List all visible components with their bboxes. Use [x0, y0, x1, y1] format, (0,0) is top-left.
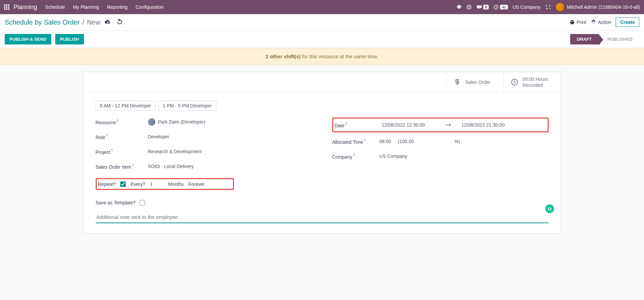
every-value-input[interactable] — [150, 181, 163, 187]
activities-badge: 41 — [500, 5, 508, 9]
status-bar: PUBLISH & SEND PUBLISH DRAFT PUBLISHED — [0, 31, 644, 48]
publish-send-button[interactable]: PUBLISH & SEND — [5, 34, 51, 44]
control-bar: Schedule by Sales Order / New Print Acti… — [0, 14, 644, 31]
status-stages: DRAFT PUBLISHED — [570, 34, 639, 44]
resource-label: Resource? — [96, 119, 148, 125]
project-field[interactable]: Research & Development — [148, 149, 202, 154]
dollar-icon — [453, 78, 461, 86]
stat-sales-order[interactable]: Sales Order — [446, 72, 503, 92]
bug-icon[interactable] — [456, 4, 462, 10]
every-unit[interactable]: Months — [168, 181, 184, 187]
allocated-hours-field[interactable]: 08:00 — [379, 139, 391, 144]
tools-icon[interactable] — [545, 4, 551, 10]
warning-bold: 2 other shift(s) — [266, 54, 301, 59]
company-label: Company? — [332, 154, 379, 160]
arrow-right-icon — [445, 123, 451, 127]
cloud-save-icon[interactable] — [104, 19, 111, 26]
project-label: Project? — [96, 149, 148, 155]
every-label: Every? — [130, 181, 145, 187]
publish-button[interactable]: PUBLISH — [55, 34, 84, 44]
sales-order-item-field[interactable]: SO83 - Local Delivery — [148, 164, 194, 169]
nav-reporting[interactable]: Reporting — [107, 4, 128, 10]
template-1pm-5pm[interactable]: 1 PM - 5 PM Developer — [158, 101, 216, 111]
form-sheet: Sales Order 00:00 Hours Recorded 8 AM - … — [83, 72, 561, 234]
action-button[interactable]: Action — [591, 20, 611, 25]
breadcrumb-separator: / — [82, 19, 84, 26]
stat-hours-recorded[interactable]: 00:00 Hours Recorded — [503, 72, 561, 92]
warning-text: for this resource at the same time. — [301, 54, 378, 59]
top-navbar: Planning Schedule My Planning Reporting … — [0, 0, 644, 14]
repeat-checkbox[interactable] — [120, 181, 126, 187]
sales-order-item-label: Sales Order Item? — [96, 164, 148, 170]
save-template-label: Save as Template? — [96, 200, 136, 205]
company-switcher[interactable]: US Company — [513, 4, 541, 10]
note-input[interactable] — [96, 211, 549, 223]
overlap-warning[interactable]: 2 other shift(s) for this resource at th… — [0, 48, 644, 65]
messages-button[interactable]: 8 — [477, 4, 489, 10]
nav-my-planning[interactable]: My Planning — [73, 4, 99, 10]
nav-schedule[interactable]: Schedule — [45, 4, 65, 10]
messages-badge: 8 — [483, 5, 489, 9]
allocated-pct-close: %) — [454, 139, 460, 144]
allocated-pct-field[interactable]: (100.00 — [398, 139, 414, 144]
support-icon[interactable] — [466, 4, 472, 10]
stat-hours-label: Recorded — [523, 82, 548, 88]
company-field[interactable]: US Company — [379, 154, 407, 159]
repeat-label: Repeat? — [98, 181, 116, 187]
app-name[interactable]: Planning — [13, 4, 37, 11]
print-button[interactable]: Print — [570, 20, 586, 25]
avatar-icon — [556, 3, 564, 11]
breadcrumb-current: New — [87, 19, 100, 26]
nav-links: Schedule My Planning Reporting Configura… — [45, 4, 456, 10]
role-label: Role? — [96, 134, 148, 140]
stage-draft[interactable]: DRAFT — [570, 34, 599, 44]
grammarly-icon[interactable] — [545, 204, 554, 213]
nav-configuration[interactable]: Configuration — [135, 4, 163, 10]
user-name: Mitchell Admin (21680404-16-0-all) — [567, 4, 640, 10]
role-field[interactable]: Developer — [148, 134, 170, 139]
stat-sales-order-label: Sales Order — [465, 79, 491, 85]
activities-button[interactable]: 41 — [493, 4, 508, 10]
create-button[interactable]: Create — [616, 18, 639, 27]
date-end-field[interactable]: 12/08/2022 21:30:00 — [461, 122, 504, 128]
stat-hours-value: 00:00 Hours — [523, 76, 548, 82]
nav-right: 8 41 US Company Mitchell Admin (21680404… — [456, 3, 640, 11]
breadcrumb-root[interactable]: Schedule by Sales Order — [5, 19, 80, 26]
save-template-checkbox[interactable] — [140, 200, 145, 205]
apps-icon[interactable] — [4, 4, 9, 10]
allocated-time-label: Allocated Time? — [332, 139, 379, 145]
every-until[interactable]: Forever — [188, 181, 205, 187]
user-menu[interactable]: Mitchell Admin (21680404-16-0-all) — [556, 3, 640, 11]
resource-avatar-icon — [148, 118, 155, 126]
date-start-field[interactable]: 12/08/2022 12:30:00 — [382, 122, 425, 128]
date-label: Date? — [335, 122, 382, 128]
resource-field[interactable]: Park Zaim (Developer) — [148, 118, 206, 126]
template-8am-12pm[interactable]: 8 AM - 12 PM Developer — [96, 101, 156, 111]
clock-icon — [511, 78, 519, 86]
svg-point-0 — [467, 5, 471, 9]
breadcrumb: Schedule by Sales Order / New — [5, 19, 100, 26]
discard-icon[interactable] — [117, 19, 123, 26]
stage-published[interactable]: PUBLISHED — [599, 34, 639, 44]
